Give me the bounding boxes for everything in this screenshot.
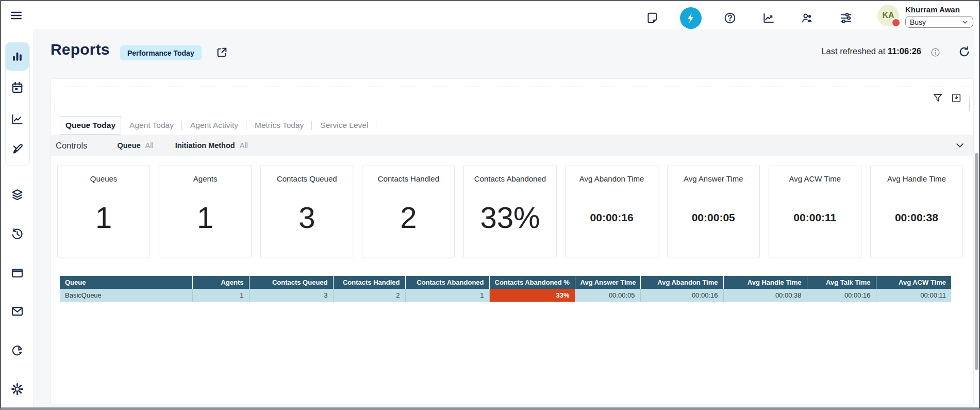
cell-contacts-queued: 3 xyxy=(249,289,333,302)
sidebar-item-settings[interactable] xyxy=(1,382,34,396)
chevron-down-icon xyxy=(961,19,969,26)
col-avg-handle-time[interactable]: Avg Handle Time xyxy=(723,276,807,289)
sidebar-item-window[interactable] xyxy=(1,266,34,280)
metric-card-avg-answer-time: Avg Answer Time 00:00:05 xyxy=(667,166,760,257)
help-icon[interactable] xyxy=(723,11,737,25)
metrics-chart-icon[interactable] xyxy=(762,11,775,25)
last-refreshed-time: 11:06:26 xyxy=(888,46,921,56)
metric-cards: Queues 1 Agents 1 Contacts Queued 3 Cont… xyxy=(57,166,963,257)
col-contacts-abandoned-pct[interactable]: Contacts Abandoned % xyxy=(489,276,575,289)
tab-agent-today[interactable]: Agent Today xyxy=(121,116,182,135)
scrollbar-thumb[interactable] xyxy=(975,153,978,370)
metric-card-queues: Queues 1 xyxy=(57,166,150,257)
metric-card-contacts-handled: Contacts Handled 2 xyxy=(362,166,455,257)
status-select[interactable]: Busy xyxy=(905,16,973,28)
avatar[interactable]: KA xyxy=(877,5,899,26)
tab-queue-today[interactable]: Queue Today xyxy=(60,116,121,135)
col-agents[interactable]: Agents xyxy=(192,276,249,289)
history-icon xyxy=(10,227,24,241)
col-contacts-handled[interactable]: Contacts Handled xyxy=(333,276,405,289)
quick-actions-icon[interactable] xyxy=(680,7,702,29)
col-avg-answer-time[interactable]: Avg Answer Time xyxy=(575,276,640,289)
metric-value: 00:00:16 xyxy=(590,211,634,224)
sidebar-item-layers[interactable] xyxy=(1,188,34,202)
external-link-icon[interactable] xyxy=(215,46,228,59)
metric-value: 00:00:11 xyxy=(793,211,836,224)
cell-agents: 1 xyxy=(192,289,249,302)
sidebar-item-realtime-metrics[interactable] xyxy=(1,50,34,63)
cell-avg-talk-time: 00:00:16 xyxy=(807,289,876,302)
gear-icon xyxy=(10,382,24,396)
sidebar xyxy=(1,29,34,407)
hamburger-menu-icon[interactable] xyxy=(9,9,23,22)
download-icon[interactable] xyxy=(951,92,962,104)
queue-filter-label: Queue xyxy=(117,141,140,150)
report-card: Queue Today Agent Today Agent Activity M… xyxy=(51,78,974,404)
table-row: BasicQueue 1 3 2 1 33% 00:00:05 00:00:16… xyxy=(60,289,951,302)
sidebar-item-reports-pie[interactable] xyxy=(1,343,34,357)
notes-icon[interactable] xyxy=(646,11,659,25)
vertical-scrollbar xyxy=(974,29,979,407)
widget-drop-outline xyxy=(55,87,970,111)
refresh-icon[interactable] xyxy=(958,45,971,58)
tab-service-level[interactable]: Service Level xyxy=(312,116,376,135)
metric-label: Contacts Abandoned xyxy=(474,174,546,183)
metric-card-contacts-abandoned: Contacts Abandoned 33% xyxy=(463,166,556,257)
queue-table: Queue Agents Contacts Queued Contacts Ha… xyxy=(60,276,951,302)
metric-value: 3 xyxy=(298,200,315,235)
initiation-method-filter[interactable]: Initiation Method All xyxy=(175,141,248,150)
metric-card-avg-abandon-time: Avg Abandon Time 00:00:16 xyxy=(566,166,658,257)
metric-card-agents: Agents 1 xyxy=(159,166,252,257)
controls-collapse-chevron-icon[interactable] xyxy=(955,140,965,151)
cell-avg-handle-time: 00:00:38 xyxy=(723,289,807,302)
col-avg-acw-time[interactable]: Avg ACW Time xyxy=(876,276,951,289)
metric-label: Avg Answer Time xyxy=(684,174,743,183)
last-refreshed-label: Last refreshed at xyxy=(821,46,885,56)
controls-bar: Controls Queue All Initiation Method All xyxy=(51,135,973,156)
col-queue[interactable]: Queue xyxy=(60,276,192,289)
sidebar-item-customize[interactable] xyxy=(1,142,34,156)
metric-label: Queues xyxy=(90,174,118,183)
envelope-icon xyxy=(10,304,24,318)
filter-icon[interactable] xyxy=(932,92,943,104)
main-area: Reports Performance Today Last refreshed… xyxy=(34,29,979,407)
sidebar-item-history[interactable] xyxy=(1,227,34,241)
report-tabs: Queue Today Agent Today Agent Activity M… xyxy=(60,116,376,135)
metric-value: 00:00:38 xyxy=(895,211,938,224)
metric-value: 33% xyxy=(480,200,540,235)
line-chart-icon xyxy=(10,112,24,126)
pie-chart-icon xyxy=(10,343,24,357)
sidebar-item-mail[interactable] xyxy=(1,304,34,318)
cell-contacts-abandoned-pct: 33% xyxy=(489,289,575,302)
initiation-method-value: All xyxy=(240,141,248,150)
layers-icon xyxy=(10,188,24,202)
metric-label: Agents xyxy=(193,174,218,183)
col-contacts-abandoned[interactable]: Contacts Abandoned xyxy=(405,276,489,289)
sidebar-item-schedule[interactable] xyxy=(1,81,34,95)
col-avg-talk-time[interactable]: Avg Talk Time xyxy=(807,276,876,289)
info-icon[interactable] xyxy=(930,47,941,58)
queue-filter-value: All xyxy=(145,141,154,150)
window-icon xyxy=(10,266,24,280)
metric-value: 2 xyxy=(400,200,417,235)
metric-label: Avg ACW Time xyxy=(789,174,841,183)
metric-label: Contacts Queued xyxy=(277,174,337,183)
sliders-settings-icon[interactable] xyxy=(839,11,853,25)
cell-queue: BasicQueue xyxy=(60,289,192,302)
cell-contacts-handled: 2 xyxy=(333,289,405,302)
queue-filter[interactable]: Queue All xyxy=(117,141,153,150)
col-avg-abandon-time[interactable]: Avg Abandon Time xyxy=(640,276,723,289)
last-refreshed: Last refreshed at 11:06:26 xyxy=(821,46,921,56)
cell-avg-acw-time: 00:00:11 xyxy=(876,289,951,302)
col-contacts-queued[interactable]: Contacts Queued xyxy=(249,276,333,289)
sidebar-item-historical-metrics[interactable] xyxy=(1,112,34,126)
tab-metrics-today[interactable]: Metrics Today xyxy=(246,116,312,135)
presence-dot xyxy=(891,18,901,27)
users-icon[interactable] xyxy=(801,11,814,25)
calendar-icon xyxy=(10,81,24,95)
metric-value: 1 xyxy=(197,200,213,235)
report-name-badge: Performance Today xyxy=(120,45,202,60)
metric-value: 1 xyxy=(95,200,112,235)
tab-agent-activity[interactable]: Agent Activity xyxy=(182,116,246,135)
controls-title: Controls xyxy=(56,141,87,151)
